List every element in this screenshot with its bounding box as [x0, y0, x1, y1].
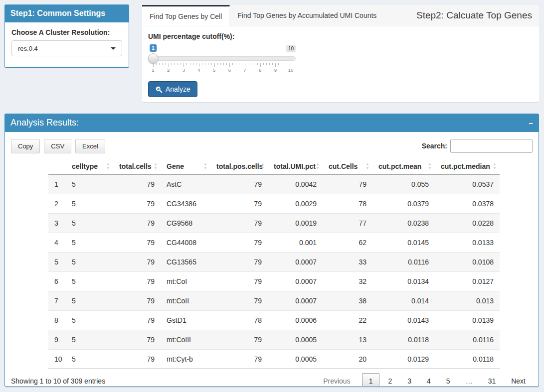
table-cell: 79 — [113, 214, 161, 233]
table-cell: CG34386 — [161, 194, 210, 214]
slider-value-badge: 1 — [150, 44, 157, 52]
column-header-cut.pct.mean[interactable]: cut.pct.mean▲▼ — [372, 158, 435, 175]
pagination-page-2[interactable]: 2 — [381, 373, 399, 387]
table-row: 6579mt:CoI790.0007320.01340.0127 — [48, 272, 500, 291]
pagination-page-3[interactable]: 3 — [400, 373, 418, 387]
slider-tick-label: 5 — [213, 67, 215, 73]
slider-tick-minor — [205, 63, 205, 65]
pagination-next[interactable]: Next — [504, 373, 533, 387]
table-cell: 79 — [323, 175, 372, 194]
pagination-page-31[interactable]: 31 — [481, 373, 503, 387]
results-table: celltype▲▼total.cells▲▼Gene▲▼total.pos.c… — [48, 158, 500, 369]
table-cell: 79 — [113, 330, 161, 350]
table-cell: 0.0133 — [435, 233, 500, 253]
table-cell: 0.0108 — [435, 253, 500, 272]
pagination-page-4[interactable]: 4 — [420, 373, 438, 387]
table-cell: 5 — [66, 330, 113, 350]
table-cell: 0.0118 — [372, 330, 435, 350]
table-cell: 4 — [48, 233, 66, 253]
column-header-celltype[interactable]: celltype▲▼ — [66, 158, 113, 175]
column-header-total.UMI.pct[interactable]: total.UMI.pct▲▼ — [268, 158, 323, 175]
column-header-cut.Cells[interactable]: cut.Cells▲▼ — [323, 158, 372, 175]
table-cell: 79 — [113, 253, 161, 272]
tab-find-top-genes-by-accumulated-umi-counts[interactable]: Find Top Genes by Accumulated UMI Counts — [230, 5, 384, 26]
table-row: 3579CG9568790.0019770.02380.0228 — [48, 214, 500, 233]
csv-button[interactable]: CSV — [44, 139, 71, 153]
analyze-button[interactable]: Analyze — [148, 81, 197, 97]
table-cell: 5 — [66, 175, 113, 194]
table-cell: 20 — [323, 350, 372, 369]
table-cell: 0.0007 — [268, 253, 323, 272]
table-cell: 79 — [210, 272, 268, 291]
table-cell: 79 — [210, 330, 268, 350]
slider-tick — [153, 63, 154, 67]
pagination-previous[interactable]: Previous — [316, 373, 357, 387]
table-cell: 0.0029 — [268, 194, 323, 214]
slider-tick-label: 6 — [228, 67, 231, 73]
column-header-label: cut.pct.mean — [378, 162, 421, 170]
pagination-page-1[interactable]: 1 — [362, 373, 380, 387]
slider-tick-minor — [186, 63, 187, 65]
slider-tick-minor — [217, 63, 218, 65]
table-cell: 0.014 — [372, 291, 435, 311]
table-head: celltype▲▼total.cells▲▼Gene▲▼total.pos.c… — [48, 158, 500, 175]
table-row: 8579GstD1780.0006220.01430.0139 — [48, 311, 500, 330]
table-cell: 62 — [323, 233, 372, 253]
sort-icon: ▲▼ — [365, 162, 369, 170]
table-cell: 32 — [323, 272, 372, 291]
table-cell: 0.0134 — [372, 272, 435, 291]
column-header-total.pos.cells[interactable]: total.pos.cells▲▼ — [210, 158, 268, 175]
column-header-total.cells[interactable]: total.cells▲▼ — [113, 158, 161, 175]
column-header-rownames[interactable] — [48, 158, 66, 175]
table-cell: 79 — [210, 350, 268, 369]
collapse-button[interactable]: − — [529, 119, 533, 127]
pagination-page-5[interactable]: 5 — [439, 373, 457, 387]
column-header-cut.pct.median[interactable]: cut.pct.median▲▼ — [435, 158, 500, 175]
step1-panel-title: Step1: Common Settings — [4, 4, 129, 22]
tab-bar: Find Top Genes by Cell Find Top Genes by… — [142, 5, 539, 26]
datatable-footer: Showing 1 to 10 of 309 entries Previous … — [11, 373, 533, 387]
table-cell: 79 — [210, 291, 268, 311]
column-header-label: total.pos.cells — [216, 162, 263, 170]
table-cell: mt:CoI — [161, 272, 210, 291]
table-cell: 0.055 — [372, 175, 435, 194]
table-cell: 79 — [113, 291, 161, 311]
slider-tick-minor — [251, 63, 251, 65]
table-cell: 3 — [48, 214, 66, 233]
cluster-resolution-value: res.0.4 — [18, 45, 38, 52]
table-cell: 79 — [210, 194, 268, 214]
slider-tick-minor — [242, 63, 242, 65]
slider-tick-label: 9 — [274, 67, 277, 73]
umi-cutoff-slider[interactable]: 1 10 12345678910 — [148, 44, 296, 73]
slider-tick-minor — [172, 63, 172, 65]
slider-tick-minor — [278, 63, 279, 65]
slider-tick-minor — [239, 63, 239, 65]
table-row: 7579mt:CoII790.0007380.0140.013 — [48, 291, 500, 311]
tab-label: Find Top Genes by Cell — [150, 12, 222, 20]
slider-tick-minor — [266, 63, 267, 65]
slider-track[interactable] — [148, 56, 296, 61]
tab-find-top-genes-by-cell[interactable]: Find Top Genes by Cell — [142, 5, 230, 26]
table-cell: mt:Cyt-b — [161, 350, 210, 369]
table-info: Showing 1 to 10 of 309 entries — [11, 377, 105, 385]
search-label: Search: — [422, 142, 447, 150]
step1-panel: Step1: Common Settings Choose A Cluster … — [4, 4, 129, 68]
slider-tick-minor — [156, 63, 157, 65]
search-input[interactable] — [450, 139, 533, 153]
slider-tick-minor — [248, 63, 248, 65]
slider-handle[interactable] — [148, 53, 159, 64]
slider-tick-minor — [285, 63, 285, 65]
analysis-results-header: Analysis Results: − — [4, 114, 539, 132]
excel-button[interactable]: Excel — [75, 139, 105, 153]
table-cell: 77 — [323, 214, 372, 233]
sort-icon: ▲▼ — [493, 162, 497, 170]
column-header-Gene[interactable]: Gene▲▼ — [161, 158, 210, 175]
copy-button[interactable]: Copy — [11, 139, 40, 153]
cluster-resolution-select[interactable]: res.0.4 — [11, 40, 122, 56]
table-cell: 0.013 — [435, 291, 500, 311]
table-cell: 0.0228 — [435, 214, 500, 233]
table-row: 10579mt:Cyt-b790.0005200.01290.0118 — [48, 350, 500, 369]
slider-tick-minor — [226, 63, 227, 65]
table-cell: AstC — [161, 175, 210, 194]
slider-tick-label: 3 — [182, 67, 185, 73]
